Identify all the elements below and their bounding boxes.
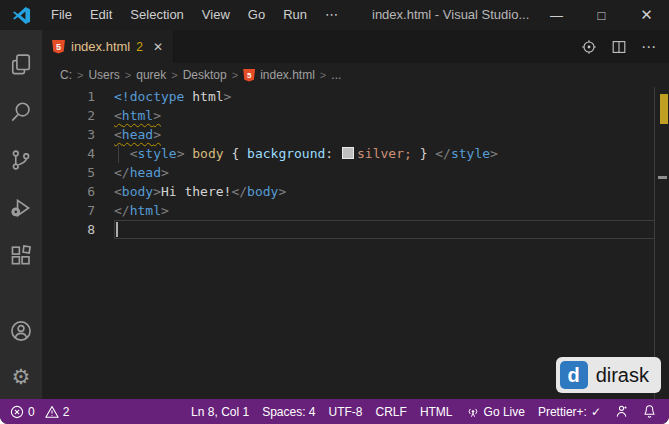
more-actions-icon[interactable]: ⋯: [641, 38, 657, 56]
editor-actions: ⋯: [581, 30, 669, 63]
tab-index-html[interactable]: 5 index.html 2 ✕: [42, 30, 174, 63]
line-number[interactable]: 3: [42, 125, 114, 144]
menu-edit[interactable]: Edit: [81, 0, 121, 30]
cursor-position[interactable]: Ln 8, Col 1: [191, 405, 249, 419]
go-live-button[interactable]: Go Live: [466, 405, 525, 419]
tab-label: index.html: [71, 39, 130, 54]
menu-bar: File Edit Selection View Go Run ⋯: [42, 0, 347, 30]
code-line[interactable]: 1<!doctype html>: [42, 87, 669, 106]
line-number[interactable]: 6: [42, 182, 114, 201]
menu-selection[interactable]: Selection: [121, 0, 192, 30]
breadcrumb-file[interactable]: index.html: [260, 68, 315, 82]
dirask-logo-icon: d: [560, 361, 588, 389]
code-line[interactable]: 3<head>: [42, 125, 669, 144]
search-icon[interactable]: [0, 88, 42, 136]
tab-bar: 5 index.html 2 ✕: [42, 30, 669, 63]
account-icon[interactable]: [0, 307, 42, 355]
line-number[interactable]: 2: [42, 106, 114, 125]
eol-sequence[interactable]: CRLF: [376, 405, 407, 419]
tab-close-icon[interactable]: ✕: [153, 40, 163, 54]
explorer-icon[interactable]: [0, 40, 42, 88]
html5-file-icon: 5: [243, 69, 255, 82]
split-editor-icon[interactable]: [611, 39, 627, 55]
open-preview-icon[interactable]: [581, 39, 597, 55]
breadcrumb-qurek[interactable]: qurek: [136, 68, 166, 82]
vscode-window: File Edit Selection View Go Run ⋯ index.…: [0, 0, 669, 424]
code-token: <: [114, 108, 122, 123]
code-token: </: [435, 146, 451, 161]
code-token: head: [130, 165, 161, 180]
code-line[interactable]: 6<body>Hi there!</body>: [42, 182, 669, 201]
activity-bar: ⚙: [0, 30, 42, 399]
chevron-right-icon: >: [171, 69, 177, 81]
window-title: index.html - Visual Studio...: [372, 0, 529, 30]
status-bar: 0 2 Ln 8, Col 1 Spaces: 4 UTF-8 CRLF HTM…: [0, 399, 669, 424]
language-mode[interactable]: HTML: [420, 405, 453, 419]
breadcrumb-drive[interactable]: C:: [60, 68, 72, 82]
code-token: </: [231, 184, 247, 199]
code-token: >: [490, 146, 498, 161]
error-icon: [10, 405, 24, 419]
tab-problems-badge: 2: [136, 40, 143, 54]
minimize-button[interactable]: —: [534, 0, 579, 30]
code-token: >: [153, 108, 161, 123]
code-lines: 1<!doctype html>2<html>3<head>4 <style> …: [42, 87, 669, 239]
indentation[interactable]: Spaces: 4: [262, 405, 315, 419]
code-token: <: [114, 184, 122, 199]
ruler-cursor-marker: [658, 176, 667, 179]
code-token: body: [247, 184, 278, 199]
line-content: </head>: [114, 163, 169, 182]
code-token: silver;: [357, 146, 412, 161]
code-token: style: [137, 146, 176, 161]
broadcast-icon: [466, 405, 480, 419]
indent-guide: [118, 144, 119, 163]
color-swatch[interactable]: [342, 147, 354, 159]
code-line[interactable]: 5</head>: [42, 163, 669, 182]
line-number[interactable]: 8: [42, 220, 114, 239]
chevron-right-icon: >: [232, 69, 238, 81]
overview-ruler[interactable]: [654, 87, 669, 399]
code-line[interactable]: 7</html>: [42, 201, 669, 220]
code-token: style: [451, 146, 490, 161]
line-number[interactable]: 4: [42, 144, 114, 163]
menu-run[interactable]: Run: [274, 0, 316, 30]
menu-file[interactable]: File: [42, 0, 81, 30]
line-number[interactable]: 5: [42, 163, 114, 182]
menu-go[interactable]: Go: [239, 0, 274, 30]
code-line[interactable]: 8: [42, 220, 669, 239]
maximize-button[interactable]: □: [579, 0, 624, 30]
prettier-status[interactable]: Prettier+: ✓: [538, 405, 601, 419]
breadcrumb: C: > Users > qurek > Desktop > 5 index.h…: [42, 63, 669, 87]
line-number[interactable]: 7: [42, 201, 114, 220]
html5-file-icon: 5: [52, 40, 65, 54]
notifications-bell-icon[interactable]: [642, 404, 657, 419]
feedback-person-icon[interactable]: [614, 404, 629, 419]
vscode-logo-icon: [0, 6, 42, 25]
code-line[interactable]: 2<html>: [42, 106, 669, 125]
menu-view[interactable]: View: [193, 0, 239, 30]
code-token: html: [130, 203, 161, 218]
line-number[interactable]: 1: [42, 87, 114, 106]
code-token: >: [161, 203, 169, 218]
menu-more[interactable]: ⋯: [316, 0, 347, 30]
close-button[interactable]: ✕: [624, 0, 669, 30]
problems-errors[interactable]: 0: [10, 405, 35, 419]
code-token: {: [224, 146, 247, 161]
source-control-icon[interactable]: [0, 136, 42, 184]
extensions-icon[interactable]: [0, 232, 42, 280]
settings-gear-icon[interactable]: ⚙: [0, 355, 42, 399]
code-token: body: [192, 146, 223, 161]
run-debug-icon[interactable]: [0, 184, 42, 232]
breadcrumb-desktop[interactable]: Desktop: [183, 68, 227, 82]
encoding[interactable]: UTF-8: [329, 405, 363, 419]
line-content: <head>: [114, 125, 161, 144]
window-controls: — □ ✕: [534, 0, 669, 30]
prettier-label: Prettier+:: [538, 405, 587, 419]
breadcrumb-users[interactable]: Users: [88, 68, 119, 82]
breadcrumb-more[interactable]: ...: [331, 68, 341, 82]
code-line[interactable]: 4 <style> body { background: silver; } <…: [42, 144, 669, 163]
code-token: html: [122, 108, 153, 123]
code-editor[interactable]: 1<!doctype html>2<html>3<head>4 <style> …: [42, 87, 669, 399]
problems-warnings[interactable]: 2: [45, 405, 70, 419]
chevron-right-icon: >: [77, 69, 83, 81]
